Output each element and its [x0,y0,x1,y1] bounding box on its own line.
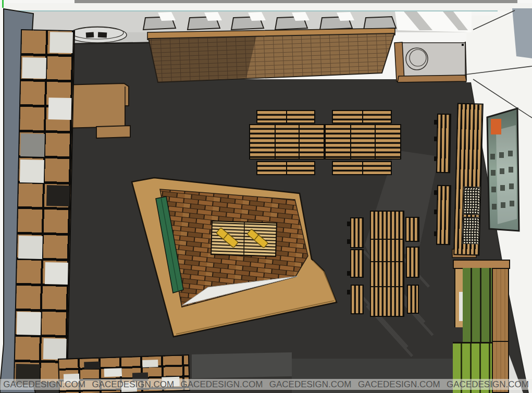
bracket [347,290,350,294]
wood-side-upper [492,268,509,342]
render-base [0,0,532,393]
v-long-table [370,211,404,317]
shelf-cell [84,361,100,369]
shelf-cell [43,338,67,360]
ceiling-oval-fixture [68,27,127,43]
bracket [434,231,437,236]
bench-bottom-1 [256,161,315,175]
shelf-cell [45,262,68,285]
axis-green-tick [2,0,4,8]
viewport-top-strip [75,0,517,3]
bracket [434,156,437,161]
shelf-cell [104,368,122,377]
wall-bench-main [453,103,484,255]
shelf-cell [17,312,41,335]
shelf-cell [46,185,70,206]
watermark-text: GACEDESIGN.COM [0,379,89,390]
watermark-text: GACEDESIGN.COM [89,379,177,390]
shelf-cell [22,57,46,79]
top-wall-band [4,3,532,11]
floor-plinth [192,352,292,378]
equipment-box [394,42,466,82]
watermark-text: GACEDESIGN.COM [355,379,443,390]
wall-poster [487,108,519,231]
watermark-text: GACEDESIGN.COM [443,379,532,390]
bracket [434,190,437,195]
shelf-cell [142,360,158,367]
left-cube-shelf-wall [14,29,75,384]
bracket [347,271,350,276]
green-cube-shelf [453,260,510,393]
v-bench-left-2 [350,249,364,278]
mesh-seat-1 [463,187,480,215]
bench-top-2 [332,110,392,124]
bracket [434,137,437,141]
shelf-cell [18,236,43,259]
wall-bench-2 [436,185,451,245]
watermark-text: GACEDESIGN.COM [266,379,355,390]
bench-bottom-2 [332,161,392,175]
shelf-cell [20,133,45,157]
bench-top-1 [256,110,315,124]
shelf-cell [50,32,73,53]
wall-bench-1 [436,114,451,173]
long-table-2 [325,124,401,159]
bracket [347,222,350,226]
poster-orange-square [491,119,501,134]
long-table-1 [249,124,325,159]
panel-shadow [149,36,256,82]
mesh-seat-2 [462,217,479,244]
v-bench-right-1 [405,217,419,242]
v-bench-left-1 [350,217,364,248]
bracket [434,120,437,125]
bracket [347,239,350,244]
green-upper [463,268,492,342]
shelf-cell [48,97,71,120]
watermark-text: GACEDESIGN.COM [177,379,266,390]
v-bench-right-2 [406,247,419,278]
interior-render: GACEDESIGN.COM GACEDESIGN.COM GACEDESIGN… [0,0,532,393]
shelf-cell [20,159,44,183]
bracket [434,210,437,214]
v-bench-left-3 [351,285,364,314]
watermark-band: GACEDESIGN.COM GACEDESIGN.COM GACEDESIGN… [0,379,532,390]
v-bench-right-3 [407,285,419,314]
